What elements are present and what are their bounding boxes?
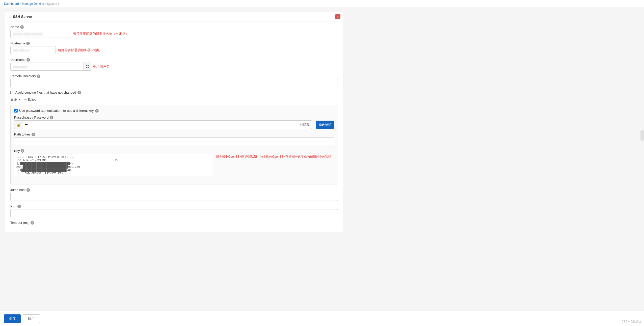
port-input[interactable]: 22 <box>10 209 338 217</box>
hostname-field-group: Hostname ? 项目需要部署的服务器IP地址 <box>10 41 338 54</box>
path-to-key-help-icon[interactable]: ? <box>32 133 35 136</box>
save-button[interactable]: 保存 <box>4 314 21 323</box>
key-textarea[interactable]: -----BEGIN OPENSSH PRIVATE KEY----- b3Bl… <box>14 154 213 176</box>
breadcrumb-sep2: › <box>45 2 46 6</box>
key-label: Key ? <box>14 149 334 153</box>
ssh-server-panel: ≡ SSH Server × Name ? 项目需要部署的服务器名称（自定义） <box>5 12 343 232</box>
change-key-button[interactable]: 修改秘钥 <box>316 121 334 129</box>
username-label: Username ? <box>10 58 338 62</box>
svg-rect-3 <box>88 67 89 68</box>
breadcrumb-system: System <box>47 2 57 6</box>
name-label: Name ? <box>10 25 338 29</box>
username-input-row: 登录用户名 <box>10 63 338 71</box>
passphrase-row: 🔒 已隐藏 修改秘钥 <box>14 120 334 129</box>
path-to-key-input[interactable] <box>14 137 334 145</box>
hostname-help-icon[interactable]: ? <box>26 42 30 45</box>
use-password-label: Use password authentication, or use a di… <box>19 109 94 113</box>
remote-dir-help-icon[interactable]: ? <box>37 74 40 78</box>
passphrase-help-icon[interactable]: ? <box>50 116 53 119</box>
name-field-group: Name ? 项目需要部署的服务器名称（自定义） <box>10 25 338 38</box>
advanced-toggle[interactable]: 高级 ∧ ✏ Edited <box>10 97 338 102</box>
edited-label: Edited <box>28 98 36 101</box>
advanced-label: 高级 <box>10 97 17 102</box>
passphrase-label: Passphrase / Password ? <box>14 116 334 119</box>
breadcrumb-dashboard[interactable]: Dashboard <box>4 2 19 6</box>
csdn-watermark: CSDN @徐语之 <box>622 320 641 323</box>
remote-dir-field-group: Remote Directory ? / <box>10 74 338 87</box>
use-password-help-icon[interactable]: ? <box>95 109 99 113</box>
key-field-group: Key ? -----BEGIN OPENSSH PRIVATE KEY----… <box>14 149 334 177</box>
panel-title: SSH Server <box>13 15 32 19</box>
key-textarea-container: -----BEGIN OPENSSH PRIVATE KEY----- b3Bl… <box>14 154 213 177</box>
username-field-group: Username ? <box>10 58 338 71</box>
passphrase-input[interactable] <box>23 122 298 128</box>
port-help-icon[interactable]: ? <box>17 205 21 208</box>
avoid-sending-label: Avoid sending files that have not change… <box>15 91 76 94</box>
jump-host-label: Jump host ? <box>10 188 338 192</box>
advanced-section: Use password authentication, or use a di… <box>10 105 338 184</box>
breadcrumb: Dashboard › Manage Jenkins › System › <box>0 0 644 8</box>
key-field-wrapper: -----BEGIN OPENSSH PRIVATE KEY----- b3Bl… <box>14 154 334 177</box>
remote-dir-label: Remote Directory ? <box>10 74 338 78</box>
name-help-icon[interactable]: ? <box>20 25 24 29</box>
name-input-row: 项目需要部署的服务器名称（自定义） <box>10 30 338 38</box>
svg-rect-1 <box>88 65 89 66</box>
username-grid-button[interactable] <box>84 63 91 71</box>
name-input[interactable] <box>10 30 71 38</box>
drag-handle-icon: ≡ <box>9 15 11 19</box>
path-to-key-field-group: Path to key ? <box>14 132 334 145</box>
use-password-checkbox[interactable] <box>14 109 18 113</box>
jump-host-help-icon[interactable]: ? <box>26 188 30 192</box>
timeout-field-group: Timeout (ms) ? <box>10 221 338 225</box>
key-help-icon[interactable]: ? <box>21 149 24 153</box>
breadcrumb-sep3: › <box>58 2 59 6</box>
pencil-icon: ✏ <box>24 98 27 101</box>
breadcrumb-sep1: › <box>20 2 21 6</box>
remote-dir-input[interactable]: / <box>10 79 338 87</box>
apply-button[interactable]: 应用 <box>23 314 40 323</box>
avoid-sending-help-icon[interactable]: ? <box>77 91 81 94</box>
breadcrumb-manage-jenkins[interactable]: Manage Jenkins <box>22 2 44 6</box>
port-field-group: Port ? 22 <box>10 204 338 217</box>
avoid-sending-row: Avoid sending files that have not change… <box>10 91 338 94</box>
passphrase-hidden-text: 已隐藏 <box>298 122 312 127</box>
edited-badge: ✏ Edited <box>24 98 36 101</box>
key-annotation: 服务器中OpenSSH客户端私钥（与本机的OpenSSH服务端一起生成的秘钥对中… <box>216 155 334 159</box>
username-input[interactable] <box>10 63 84 71</box>
name-annotation: 项目需要部署的服务器名称（自定义） <box>73 32 129 36</box>
hostname-annotation: 项目需要部署的服务器IP地址 <box>58 48 100 52</box>
panel-header: ≡ SSH Server × <box>5 12 343 21</box>
avoid-sending-checkbox[interactable] <box>10 91 14 94</box>
main-content: ≡ SSH Server × Name ? 项目需要部署的服务器名称（自定义） <box>0 8 348 236</box>
passphrase-field-group: Passphrase / Password ? 🔒 已隐藏 修改秘钥 <box>14 116 334 129</box>
passphrase-field: 🔒 已隐藏 <box>14 120 312 129</box>
hostname-input-row: 项目需要部署的服务器IP地址 <box>10 46 338 54</box>
timeout-label: Timeout (ms) ? <box>10 221 338 225</box>
svg-rect-2 <box>86 67 87 68</box>
jump-host-field-group: Jump host ? <box>10 188 338 201</box>
use-password-row: Use password authentication, or use a di… <box>14 109 334 113</box>
hostname-input[interactable] <box>10 46 56 54</box>
timeout-help-icon[interactable]: ? <box>31 221 34 225</box>
hostname-label: Hostname ? <box>10 41 338 45</box>
lock-icon: 🔒 <box>14 121 23 129</box>
chevron-up-icon: ∧ <box>18 98 21 102</box>
path-to-key-label: Path to key ? <box>14 132 334 136</box>
username-help-icon[interactable]: ? <box>26 58 30 62</box>
bottom-buttons-bar: 保存 应用 <box>0 311 644 326</box>
close-panel-button[interactable]: × <box>335 14 340 19</box>
svg-rect-0 <box>86 65 87 66</box>
scrollbar[interactable] <box>640 130 644 141</box>
port-label: Port ? <box>10 204 338 208</box>
username-annotation: 登录用户名 <box>93 64 110 69</box>
jump-host-input[interactable] <box>10 193 338 201</box>
panel-body: Name ? 项目需要部署的服务器名称（自定义） Hostname ? 项目需要… <box>5 21 343 232</box>
